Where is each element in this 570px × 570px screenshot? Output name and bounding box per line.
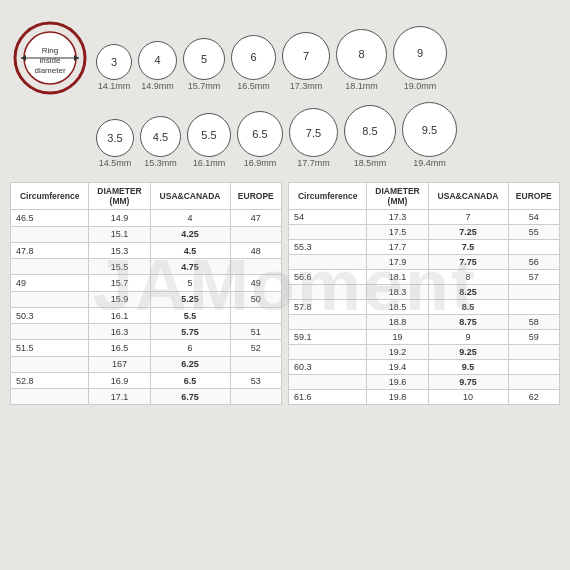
circle-ring: 3 [96, 44, 132, 80]
th-diam-2: DIAMETER(MM) [367, 183, 428, 210]
table-cell [11, 389, 89, 405]
circle-mm: 14.9mm [141, 81, 174, 91]
table-cell: 50 [230, 291, 281, 307]
table-cell: 5.25 [150, 291, 230, 307]
size-circle-half: 8.5 18.5mm [344, 105, 396, 168]
table-cell: 14.9 [89, 210, 150, 226]
circle-ring: 6 [231, 35, 276, 80]
table-cell: 6.75 [150, 389, 230, 405]
table-cell: 9.75 [428, 375, 508, 390]
table-cell: 16.9 [89, 372, 150, 388]
svg-text:diameter: diameter [34, 66, 65, 75]
table-cell: 17.5 [367, 225, 428, 240]
table-row: 59.119959 [289, 330, 560, 345]
table-cell: 7.25 [428, 225, 508, 240]
size-circle-half: 3.5 14.5mm [96, 119, 134, 168]
table-cell: 52 [230, 340, 281, 356]
table-cell: 19.8 [367, 390, 428, 405]
table-cell: 8.25 [428, 285, 508, 300]
table-row: 51.516.5652 [11, 340, 282, 356]
size-circles-row1: 3 14.1mm 4 14.9mm 5 15.7mm 6 16.5mm 7 17… [96, 26, 447, 91]
table-cell: 15.5 [89, 259, 150, 275]
table-cell: 52.8 [11, 372, 89, 388]
size-circle-half: 6.5 16.9mm [237, 111, 283, 168]
circle-mm: 16.5mm [237, 81, 270, 91]
table-cell [289, 375, 367, 390]
table-cell: 55 [508, 225, 559, 240]
table-cell: 51 [230, 324, 281, 340]
table-cell: 17.9 [367, 255, 428, 270]
circles-row-half: 3.5 14.5mm 4.5 15.3mm 5.5 16.1mm 6.5 16.… [10, 102, 560, 168]
tables-section: Circumference DIAMETER(MM) USA&CANADA EU… [10, 182, 560, 405]
table-cell [508, 345, 559, 360]
table-cell: 56 [508, 255, 559, 270]
table-cell: 8 [428, 270, 508, 285]
table-cell [289, 255, 367, 270]
size-circle: 8 18.1mm [336, 29, 387, 91]
table-cell [230, 307, 281, 323]
th-circ-2: Circumference [289, 183, 367, 210]
table-cell [508, 360, 559, 375]
table-cell: 19 [367, 330, 428, 345]
table-cell [230, 356, 281, 372]
table-cell: 6.5 [150, 372, 230, 388]
size-circle-half: 5.5 16.1mm [187, 113, 231, 168]
table-cell: 54 [289, 210, 367, 225]
circle-mm: 14.1mm [98, 81, 131, 91]
table-cell: 9.25 [428, 345, 508, 360]
table-cell: 47 [230, 210, 281, 226]
circle-ring: 5.5 [187, 113, 231, 157]
table-cell [11, 259, 89, 275]
table-row: 17.16.75 [11, 389, 282, 405]
table-cell [230, 259, 281, 275]
table-cell: 18.5 [367, 300, 428, 315]
circle-ring: 8.5 [344, 105, 396, 157]
table-cell: 6 [150, 340, 230, 356]
circle-mm: 18.1mm [345, 81, 378, 91]
table-cell: 19.2 [367, 345, 428, 360]
circle-ring: 8 [336, 29, 387, 80]
table-cell [289, 345, 367, 360]
table-row: 5417.3754 [289, 210, 560, 225]
circle-mm: 17.3mm [290, 81, 323, 91]
table-row: 61.619.81062 [289, 390, 560, 405]
table-cell: 16.5 [89, 340, 150, 356]
ring-diagram-2: Ring inside diameter [10, 18, 90, 98]
table-row: 16.35.7551 [11, 324, 282, 340]
table-cell: 56.6 [289, 270, 367, 285]
th-diam-1: DIAMETER(MM) [89, 183, 150, 210]
table-row: 15.54.75 [11, 259, 282, 275]
th-usa-1: USA&CANADA [150, 183, 230, 210]
table-row: 47.815.34.548 [11, 242, 282, 258]
table-cell: 18.8 [367, 315, 428, 330]
table-row: 50.316.15.5 [11, 307, 282, 323]
table-cell [11, 291, 89, 307]
table-cell: 19.6 [367, 375, 428, 390]
table-cell: 59 [508, 330, 559, 345]
table-cell: 62 [508, 390, 559, 405]
circle-mm: 17.7mm [297, 158, 330, 168]
table-cell: 60.3 [289, 360, 367, 375]
table-cell: 17.7 [367, 240, 428, 255]
table-row: 57.818.58.5 [289, 300, 560, 315]
size-circle-half: 4.5 15.3mm [140, 116, 181, 168]
table-row: 52.816.96.553 [11, 372, 282, 388]
table-cell: 6.25 [150, 356, 230, 372]
table-cell: 4 [150, 210, 230, 226]
size-table-2: Circumference DIAMETER(MM) USA&CANADA EU… [288, 182, 560, 405]
size-circle: 5 15.7mm [183, 38, 225, 91]
th-eur-1: EUROPE [230, 183, 281, 210]
table-row: 15.14.25 [11, 226, 282, 242]
circle-mm: 18.5mm [354, 158, 387, 168]
table-cell: 7 [428, 210, 508, 225]
th-circ-1: Circumference [11, 183, 89, 210]
circle-ring: 7 [282, 32, 330, 80]
size-circles-row2: 3.5 14.5mm 4.5 15.3mm 5.5 16.1mm 6.5 16.… [96, 102, 457, 168]
table-cell: 7.5 [428, 240, 508, 255]
table-cell [230, 226, 281, 242]
size-table-1: Circumference DIAMETER(MM) USA&CANADA EU… [10, 182, 282, 405]
table-cell: 5 [150, 275, 230, 291]
table-row: 17.57.2555 [289, 225, 560, 240]
table-cell: 9 [428, 330, 508, 345]
table-cell [289, 315, 367, 330]
